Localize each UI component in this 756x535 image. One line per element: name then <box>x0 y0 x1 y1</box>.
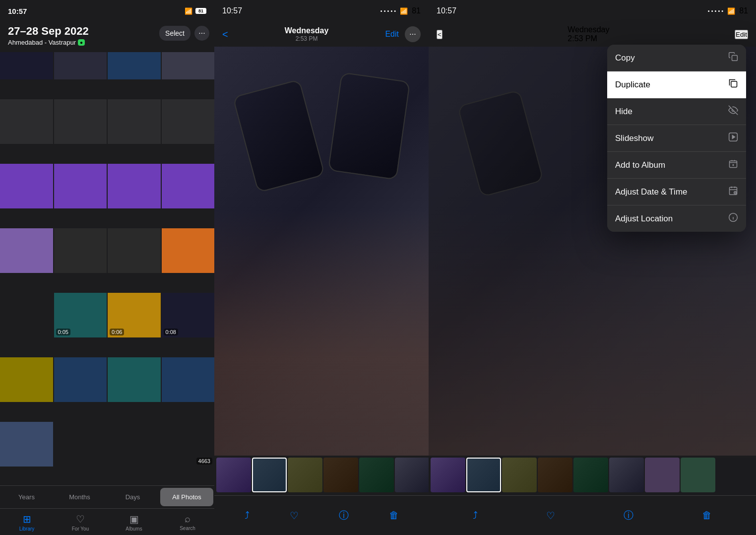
copy-icon <box>728 52 738 64</box>
menu-item-adjust-date[interactable]: Adjust Date & Time <box>607 179 746 205</box>
menu-item-slideshow-label: Slideshow <box>615 134 654 143</box>
for-you-icon: ♡ <box>76 513 85 525</box>
thumb-3[interactable] <box>288 458 322 492</box>
nav-title-2: Wednesday <box>285 26 329 35</box>
like-button-2[interactable]: ♡ <box>286 506 303 526</box>
video-duration-1: 0:05 <box>56 329 70 335</box>
more-circle-button-2[interactable]: ··· <box>405 26 421 42</box>
info-button-3[interactable]: ⓘ <box>620 505 637 526</box>
panel-menu: 10:57 • • • • • 📶 81 < Wednesday 2:53 PM… <box>429 0 756 535</box>
phone-right <box>328 72 410 180</box>
albums-label: Albums <box>126 526 142 532</box>
battery-indicator-2: 81 <box>412 6 421 15</box>
menu-thumb-3[interactable] <box>502 458 537 492</box>
menu-item-hide[interactable]: Hide <box>607 98 746 125</box>
album-icon <box>728 159 738 171</box>
viewer-nav: < Wednesday 2:53 PM Edit ··· <box>214 22 429 47</box>
photo-grid: 0:05 0:06 0:08 4663 <box>0 0 214 485</box>
play-icon <box>728 132 738 144</box>
menu-action-bar: ⤴ ♡ ⓘ 🗑 <box>429 495 756 535</box>
select-button[interactable]: Select <box>159 26 190 41</box>
video-duration-2: 0:06 <box>110 329 124 335</box>
nav-tab-library[interactable]: ⊞ Library <box>0 509 54 535</box>
photo-count: 4663 <box>196 458 212 465</box>
library-label: Library <box>19 526 35 532</box>
edit-button-2[interactable]: Edit <box>385 30 399 39</box>
search-label: Search <box>180 526 195 531</box>
time-display-3: 10:57 <box>437 6 456 15</box>
nav-center-3: Wednesday 2:53 PM <box>567 25 609 43</box>
menu-item-slideshow[interactable]: Slideshow <box>607 125 746 152</box>
menu-thumb-7[interactable] <box>645 458 680 492</box>
panel-library: 0:05 0:06 0:08 4663 10:57 📶 <box>0 0 214 535</box>
svg-marker-4 <box>732 135 735 139</box>
status-bar-3: 10:57 • • • • • 📶 81 <box>429 0 756 22</box>
delete-button-2[interactable]: 🗑 <box>385 506 403 525</box>
battery-indicator-3: 81 <box>739 6 748 15</box>
battery-indicator-1: 81 <box>195 8 206 14</box>
view-tab-days[interactable]: Days <box>106 486 159 508</box>
location: Ahmedabad - Vastrapur ● <box>8 39 89 46</box>
location-text: Ahmedabad - Vastrapur <box>8 39 76 46</box>
nav-tab-search[interactable]: ⌕ Search <box>161 509 214 535</box>
menu-item-add-album[interactable]: Add to Album <box>607 152 746 179</box>
status-icons-3: • • • • • 📶 81 <box>708 6 748 15</box>
signal-dots-3: • • • • • <box>708 8 723 14</box>
thumb-5[interactable] <box>359 458 394 492</box>
nav-right-2: Edit ··· <box>385 26 421 42</box>
status-bar-2: 10:57 • • • • • 📶 81 <box>214 0 429 22</box>
nav-tab-albums[interactable]: ▣ Albums <box>107 509 161 535</box>
menu-item-hide-label: Hide <box>615 107 632 117</box>
thumb-1[interactable] <box>216 458 251 492</box>
viewer-action-bar: ⤴ ♡ ⓘ 🗑 <box>214 495 429 535</box>
thumbnail-strip-2 <box>214 458 429 495</box>
menu-thumb-5[interactable] <box>573 458 608 492</box>
date-header: 27–28 Sep 2022 Ahmedabad - Vastrapur ● <box>8 25 89 46</box>
like-button-3[interactable]: ♡ <box>542 506 559 526</box>
nav-subtitle-3: 2:53 PM <box>567 34 609 43</box>
phone-left <box>233 79 325 193</box>
library-icon: ⊞ <box>23 513 31 525</box>
share-button-3[interactable]: ⤴ <box>469 506 482 525</box>
status-icons-1: 📶 81 <box>185 7 206 15</box>
main-photo <box>214 47 429 456</box>
back-button-2[interactable]: < <box>222 29 228 40</box>
nav-subtitle-2: 2:53 PM <box>285 35 329 42</box>
menu-item-duplicate-label: Duplicate <box>615 80 650 90</box>
for-you-label: For You <box>72 526 89 532</box>
nav-tab-for-you[interactable]: ♡ For You <box>54 509 107 535</box>
thumb-2[interactable] <box>252 458 287 492</box>
more-button-1[interactable]: ··· <box>194 26 209 41</box>
view-tab-all-photos[interactable]: All Photos <box>160 488 213 506</box>
menu-thumb-6[interactable] <box>609 458 644 492</box>
back-button-3[interactable]: < <box>437 30 442 39</box>
date-range: 27–28 Sep 2022 <box>8 25 89 38</box>
menu-thumb-1[interactable] <box>431 458 465 492</box>
time-display-1: 10:57 <box>8 7 27 15</box>
duplicate-icon <box>728 78 738 91</box>
menu-thumb-8[interactable] <box>681 458 715 492</box>
menu-item-adjust-location[interactable]: Adjust Location <box>607 205 746 232</box>
thumb-4[interactable] <box>323 458 358 492</box>
nav-tabs: ⊞ Library ♡ For You ▣ Albums ⌕ Search <box>0 509 214 535</box>
delete-button-3[interactable]: 🗑 <box>698 506 716 525</box>
edit-button-3[interactable]: Edit <box>735 30 748 39</box>
share-button-2[interactable]: ⤴ <box>241 506 253 525</box>
time-display-2: 10:57 <box>222 6 242 15</box>
thumb-6[interactable] <box>395 458 429 492</box>
nav-right-3: Edit <box>735 30 748 39</box>
view-tab-months[interactable]: Months <box>53 486 106 508</box>
menu-thumb-4[interactable] <box>538 458 572 492</box>
menu-viewer-nav: < Wednesday 2:53 PM Edit <box>429 22 756 47</box>
menu-item-add-album-label: Add to Album <box>615 160 665 170</box>
info-button-2[interactable]: ⓘ <box>335 505 353 526</box>
menu-item-duplicate[interactable]: Duplicate <box>607 71 746 98</box>
view-tab-years[interactable]: Years <box>0 486 53 508</box>
svg-rect-0 <box>732 56 738 61</box>
menu-item-copy[interactable]: Copy <box>607 45 746 71</box>
search-icon: ⌕ <box>185 513 190 525</box>
photo-render <box>214 47 429 456</box>
menu-thumb-2[interactable] <box>466 458 501 492</box>
info-circle-icon <box>728 212 738 225</box>
svg-rect-5 <box>730 161 737 167</box>
